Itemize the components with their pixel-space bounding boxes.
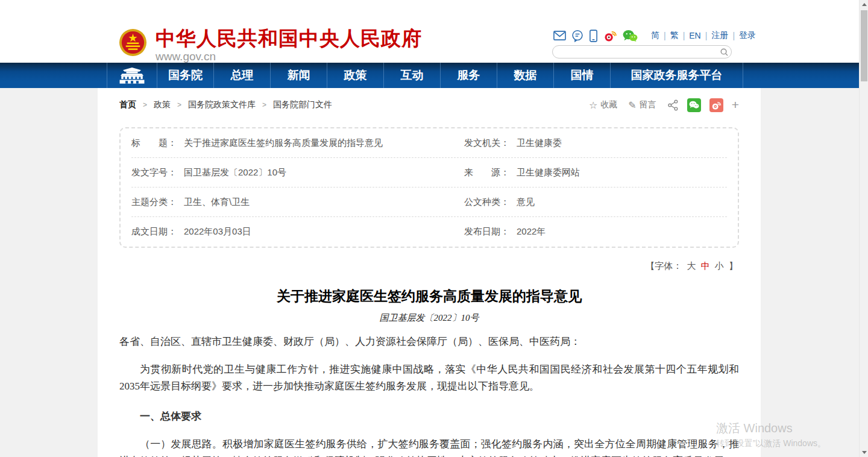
article-paragraph-1: 为贯彻新时代党的卫生与健康工作方针，推进实施健康中国战略，落实《中华人民共和国国… (119, 361, 739, 395)
browser-scrollbar[interactable] (859, 0, 868, 457)
quick-links: 简 | 繁 | EN | 注册 | 登录 (647, 30, 760, 41)
register-link[interactable]: 注册 (707, 30, 732, 41)
search-icon[interactable] (717, 46, 731, 58)
meta-value-written-date: 2022年03月03日 (184, 226, 251, 238)
meta-value-publish-date: 2022年 (517, 226, 546, 238)
site-logo[interactable]: 中华人民共和国中央人民政府 www.gov.cn (119, 28, 422, 63)
nav-tab-gov-service-platform[interactable]: 国家政务服务平台 (611, 63, 743, 88)
chat-icon[interactable] (571, 30, 583, 42)
wechat-share-icon (689, 101, 699, 109)
favorite-label: 收藏 (600, 99, 617, 110)
nav-home-tab[interactable] (107, 63, 157, 88)
wechat-icon[interactable] (623, 30, 638, 42)
favorite-button[interactable]: ☆ 收藏 (589, 99, 617, 111)
font-size-medium-button[interactable]: 中 (701, 260, 710, 271)
content-wrapper: 首页 > 政策 > 国务院政策文件库 > 国务院部门文件 ☆ 收藏 ✎ 留言 (98, 88, 761, 457)
nav-tab-hudong[interactable]: 互动 (384, 63, 441, 88)
article-doc-number: 国卫基层发〔2022〕10号 (119, 312, 739, 324)
nav-tab-fuwu[interactable]: 服务 (441, 63, 497, 88)
meta-label-doc-number: 发文字号： (131, 167, 177, 178)
font-size-tools: 【字体： 大 中 小 】 (119, 260, 739, 271)
site-url: www.gov.cn (156, 50, 422, 63)
lang-english-link[interactable]: EN (685, 31, 705, 40)
tiananmen-icon (116, 66, 148, 84)
breadcrumb-department-docs[interactable]: 国务院部门文件 (273, 99, 332, 110)
nav-tab-guoqing[interactable]: 国情 (554, 63, 611, 88)
header-tools: 简 | 繁 | EN | 注册 | 登录 (553, 28, 760, 43)
mobile-icon[interactable] (589, 30, 598, 42)
meta-row-doc-number: 发文字号： 国卫基层发〔2022〕10号 来 源： 卫生健康委网站 (131, 158, 727, 188)
lang-simplified-link[interactable]: 简 (647, 30, 664, 41)
scroll-up-icon (862, 3, 867, 6)
nav-tab-shuju[interactable]: 数据 (497, 63, 554, 88)
nav-tab-xinwen[interactable]: 新闻 (271, 63, 327, 88)
breadcrumb: 首页 > 政策 > 国务院政策文件库 > 国务院部门文件 (119, 99, 332, 110)
nav-tab-zhengce[interactable]: 政策 (327, 63, 384, 88)
search-box (552, 45, 732, 58)
share-icon (667, 99, 679, 111)
meta-value-doc-number: 国卫基层发〔2022〕10号 (184, 167, 286, 178)
meta-value-doc-type: 意见 (517, 197, 535, 208)
meta-label-source: 来 源： (464, 167, 509, 178)
document-meta-table: 标 题： 关于推进家庭医生签约服务高质量发展的指导意见 发文机关： 卫生健康委 … (119, 127, 739, 248)
meta-value-issuing-agency: 卫生健康委 (517, 137, 562, 149)
lang-traditional-link[interactable]: 繁 (666, 30, 683, 41)
comment-button[interactable]: ✎ 留言 (628, 99, 656, 111)
meta-label-category: 主题分类： (131, 197, 177, 208)
national-emblem-icon (119, 28, 147, 57)
article: 关于推进家庭医生签约服务高质量发展的指导意见 国卫基层发〔2022〕10号 各省… (119, 287, 739, 457)
article-title: 关于推进家庭医生签约服务高质量发展的指导意见 (119, 287, 739, 306)
meta-label-doc-type: 公文种类： (464, 197, 509, 208)
nav-tab-guowuyuan[interactable]: 国务院 (157, 63, 214, 88)
article-section-1-heading: 一、总体要求 (119, 408, 739, 425)
article-paragraph-2: （一）发展思路。积极增加家庭医生签约服务供给，扩大签约服务覆盖面；强化签约服务内… (119, 436, 739, 457)
font-tools-suffix: 】 (729, 260, 738, 271)
breadcrumb-home[interactable]: 首页 (119, 99, 136, 110)
nav-tab-zongli[interactable]: 总理 (214, 63, 271, 88)
breadcrumb-separator: > (177, 101, 181, 109)
scrollbar-thumb[interactable] (861, 10, 867, 81)
meta-row-title: 标 题： 关于推进家庭医生签约服务高质量发展的指导意见 发文机关： 卫生健康委 (131, 128, 727, 158)
breadcrumb-separator: > (143, 101, 147, 109)
meta-row-dates: 成文日期： 2022年03月03日 发布日期： 2022年 (131, 217, 727, 247)
breadcrumb-separator: > (262, 101, 266, 109)
star-icon: ☆ (589, 99, 597, 111)
login-link[interactable]: 登录 (735, 30, 760, 41)
meta-label-issuing-agency: 发文机关： (464, 137, 509, 149)
share-weibo-button[interactable] (709, 98, 723, 112)
scroll-down-icon (862, 451, 867, 454)
article-salutation: 各省、自治区、直辖市卫生健康委、财政厅（局）、人力资源社会保障厅（局）、医保局、… (119, 333, 739, 350)
font-tools-prefix: 【字体： (646, 260, 682, 271)
weibo-icon[interactable] (603, 30, 617, 42)
share-button[interactable] (667, 99, 679, 111)
more-share-button[interactable]: + (732, 99, 739, 111)
font-size-large-button[interactable]: 大 (687, 260, 696, 271)
article-body: 各省、自治区、直辖市卫生健康委、财政厅（局）、人力资源社会保障厅（局）、医保局、… (119, 333, 739, 457)
meta-label-publish-date: 发布日期： (464, 226, 509, 238)
meta-value-source: 卫生健康委网站 (517, 167, 580, 178)
page-tools: ☆ 收藏 ✎ 留言 (578, 98, 739, 112)
gov-cn-page: 中华人民共和国中央人民政府 www.gov.cn (0, 0, 868, 457)
meta-label-written-date: 成文日期： (131, 226, 177, 238)
meta-value-category: 卫生、体育\卫生 (184, 197, 250, 208)
meta-label-title: 标 题： (131, 137, 177, 149)
content-background: 首页 > 政策 > 国务院政策文件库 > 国务院部门文件 ☆ 收藏 ✎ 留言 (0, 88, 859, 457)
site-header: 中华人民共和国中央人民政府 www.gov.cn (0, 0, 859, 63)
share-wechat-button[interactable] (687, 98, 701, 112)
meta-value-title: 关于推进家庭医生签约服务高质量发展的指导意见 (184, 137, 383, 149)
scroll-up-button[interactable] (860, 0, 868, 9)
main-nav: 国务院 总理 新闻 政策 互动 服务 数据 国情 国家政务服务平台 (0, 63, 859, 88)
pencil-icon: ✎ (628, 99, 636, 111)
scroll-down-button[interactable] (860, 448, 868, 457)
comment-label: 留言 (640, 99, 656, 110)
mail-icon[interactable] (553, 30, 566, 41)
search-input[interactable] (553, 46, 717, 57)
breadcrumb-policy[interactable]: 政策 (154, 99, 171, 110)
font-size-small-button[interactable]: 小 (715, 260, 724, 271)
breadcrumb-policy-library[interactable]: 国务院政策文件库 (188, 99, 256, 110)
meta-row-category: 主题分类： 卫生、体育\卫生 公文种类： 意见 (131, 188, 727, 217)
weibo-share-icon (711, 101, 722, 110)
site-title: 中华人民共和国中央人民政府 (156, 28, 422, 49)
